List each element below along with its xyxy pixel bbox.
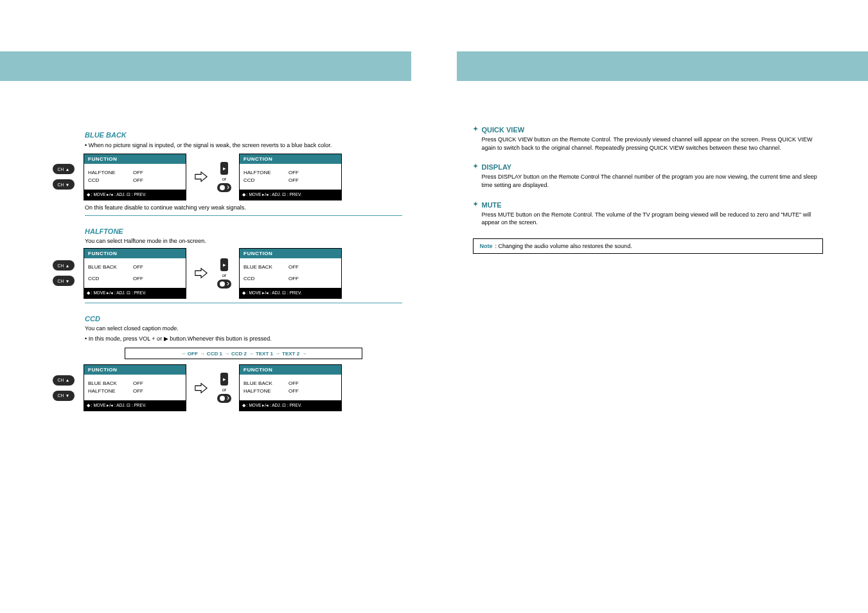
marker-icon (473, 202, 479, 209)
body-quickview: Press QUICK VIEW button on the Remote Co… (473, 136, 824, 152)
osd-row-label: BLUE BACK (244, 263, 288, 271)
note-halftone: You can select Halftone mode in the on-s… (85, 238, 402, 245)
row-blueback: CH ▲ CH ▼ FUNCTION HALFTONEOFF CCDOFF ◆ … (85, 154, 402, 200)
ch-buttons-3: CH ▲ CH ▼ (53, 375, 75, 401)
arrow-right-icon (194, 381, 208, 395)
osd-row-label: CCD (88, 177, 133, 184)
osd-row-value: OFF (288, 177, 299, 184)
title-display: DISPLAY (482, 163, 512, 171)
divider (85, 215, 402, 216)
ch-up-label: CH ▲ (58, 263, 70, 268)
front-vol-button[interactable] (217, 183, 231, 192)
ch-down-button[interactable]: CH ▼ (53, 276, 75, 286)
arrow-right-icon (194, 266, 208, 280)
osd-blueback-after: FUNCTION HALFTONEOFF CCDOFF ◆ : MOVE ▸/◂… (239, 154, 342, 200)
side-play-button[interactable]: ▸ (220, 258, 228, 271)
osd-footer: ◆ : MOVE ▸/◂ : ADJ. ⊡ : PREV. (84, 400, 186, 411)
ch-buttons-1: CH ▲ CH ▼ (53, 164, 75, 190)
ch-buttons-2: CH ▲ CH ▼ (53, 260, 75, 286)
title-quickview: QUICK VIEW (482, 126, 525, 134)
osd-row-value: OFF (133, 263, 143, 271)
marker-icon (473, 164, 479, 171)
osd-blueback-before: FUNCTION HALFTONEOFF CCDOFF ◆ : MOVE ▸/◂… (84, 154, 186, 200)
ch-up-button[interactable]: CH ▲ (53, 164, 75, 174)
section-display: DISPLAY Press DISPLAY button on the Remo… (473, 163, 824, 189)
left-page: BLUE BACK When no picture signal is inpu… (0, 0, 434, 613)
divider (85, 303, 402, 303)
osd-title: FUNCTION (240, 154, 341, 164)
osd-row-label: BLUE BACK (244, 380, 288, 387)
osd-row-label: HALFTONE (244, 387, 288, 395)
osd-title: FUNCTION (84, 249, 186, 258)
osd-title: FUNCTION (240, 249, 341, 258)
row-ccd: CH ▲ CH ▼ FUNCTION BLUE BACKOFF HALFTONE… (85, 364, 402, 411)
flow-item: CCD 2 (231, 351, 247, 357)
osd-row-label: HALFTONE (88, 387, 133, 395)
note-label: Note (480, 243, 493, 249)
ch-up-button[interactable]: CH ▲ (53, 375, 75, 386)
osd-footer: ◆ : MOVE ▸/◂ : ADJ. ⊡ : PREV. (240, 400, 341, 411)
or-label: or (222, 176, 227, 182)
osd-row-label: HALFTONE (244, 169, 288, 177)
heading-ccd: CCD (85, 315, 402, 323)
heading-blueback: BLUE BACK (85, 131, 402, 139)
or-label: or (222, 387, 227, 393)
ch-down-label: CH ▼ (58, 279, 70, 283)
section-mute: MUTE Press MUTE button on the Remote Con… (473, 201, 824, 227)
ch-down-label: CH ▼ (58, 182, 70, 187)
osd-row-value: OFF (288, 380, 299, 387)
osd-row-value: OFF (133, 380, 143, 387)
osd-row-label: CCD (244, 275, 288, 283)
post-blueback: On this feature disable to continue watc… (85, 204, 402, 212)
ch-down-button[interactable]: CH ▼ (53, 179, 75, 190)
osd-halftone-after: FUNCTION BLUE BACKOFF CCDOFF ◆ : MOVE ▸/… (239, 248, 342, 299)
right-page: QUICK VIEW Press QUICK VIEW button on th… (434, 0, 869, 613)
flow-item: TEXT 2 (282, 351, 299, 357)
note-blueback: When no picture signal is inputed, or th… (85, 141, 402, 150)
front-vol-button[interactable] (217, 280, 231, 289)
or-label: or (222, 272, 227, 278)
ch-up-label: CH ▲ (58, 378, 70, 382)
ch-up-button[interactable]: CH ▲ (53, 260, 75, 271)
osd-row-value: OFF (133, 275, 143, 283)
side-play-button[interactable]: ▸ (220, 162, 228, 175)
osd-row-value: OFF (288, 169, 299, 177)
note-box: Note : Changing the audio volume also re… (473, 238, 824, 254)
left-header-band (0, 51, 411, 81)
osd-footer: ◆ : MOVE ▸/◂ : ADJ. ⊡ : PREV. (84, 190, 186, 200)
osd-row-value: OFF (133, 177, 143, 184)
osd-row-value: OFF (133, 387, 143, 395)
osd-title: FUNCTION (84, 154, 186, 164)
osd-footer: ◆ : MOVE ▸/◂ : ADJ. ⊡ : PREV. (84, 288, 186, 298)
osd-row-value: OFF (288, 387, 299, 395)
osd-row-label: CCD (88, 275, 133, 283)
osd-row-label: BLUE BACK (88, 380, 133, 387)
heading-halftone: HALFTONE (85, 227, 402, 235)
osd-title: FUNCTION (240, 365, 341, 375)
flow-item: CCD 1 (207, 351, 222, 357)
osd-row-label: HALFTONE (88, 169, 133, 177)
note-text: : Changing the audio volume also restore… (495, 243, 632, 249)
body-mute: Press MUTE button on the Remote Control.… (473, 211, 824, 227)
osd-row-value: OFF (288, 263, 299, 271)
osd-footer: ◆ : MOVE ▸/◂ : ADJ. ⊡ : PREV. (240, 288, 341, 298)
front-vol-button[interactable] (217, 394, 231, 403)
arrow-right-icon (194, 170, 208, 184)
row-halftone: CH ▲ CH ▼ FUNCTION BLUE BACKOFF CCDOFF ◆… (85, 248, 402, 299)
flow-item: TEXT 1 (256, 351, 273, 357)
ccd-flow: →OFF →CCD 1 →CCD 2 →TEXT 1 →TEXT 2 → (125, 348, 362, 359)
osd-row-label: BLUE BACK (88, 263, 133, 271)
title-mute: MUTE (482, 201, 502, 209)
body-display: Press DISPLAY button on the Remote Contr… (473, 173, 824, 189)
note-ccd-2: In this mode, press VOL + or ▶ button.Wh… (85, 335, 402, 343)
osd-row-value: OFF (288, 275, 299, 283)
osd-ccd-before: FUNCTION BLUE BACKOFF HALFTONEOFF ◆ : MO… (84, 364, 186, 411)
marker-icon (473, 127, 479, 134)
ch-down-button[interactable]: CH ▼ (53, 391, 75, 401)
note-ccd-1: You can select closed caption mode. (85, 325, 402, 333)
section-quickview: QUICK VIEW Press QUICK VIEW button on th… (473, 126, 824, 152)
right-header-band (457, 51, 868, 81)
side-play-button[interactable]: ▸ (220, 373, 228, 386)
osd-ccd-after: FUNCTION BLUE BACKOFF HALFTONEOFF ◆ : MO… (239, 364, 342, 411)
osd-row-label: CCD (244, 177, 288, 184)
